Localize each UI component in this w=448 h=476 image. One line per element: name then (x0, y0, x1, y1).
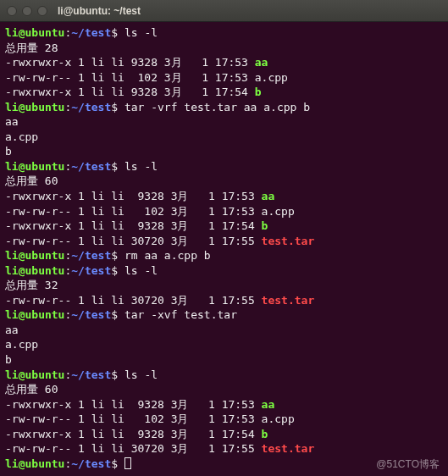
command-text: ls -l (124, 160, 158, 173)
prompt-user: li@ubuntu (5, 368, 64, 381)
prompt-path: ~/test (71, 264, 111, 277)
prompt-path: ~/test (71, 249, 111, 262)
prompt-line: li@ubuntu:~/test$ tar -vrf test.tar aa a… (5, 100, 443, 115)
prompt-path: ~/test (71, 457, 111, 470)
file-name: a.cpp (255, 71, 288, 84)
output-line: aa (5, 323, 443, 338)
output-line: -rwxrwxr-x 1 li li 9328 3月 1 17:53 aa (5, 189, 443, 204)
file-name: a.cpp (262, 412, 295, 425)
file-name: aa (262, 190, 275, 202)
prompt-path: ~/test (71, 101, 111, 113)
output-line: a.cpp (5, 130, 443, 145)
command-text: ls -l (124, 264, 158, 277)
prompt-line: li@ubuntu:~/test$ ls -l (5, 159, 443, 174)
prompt-line: li@ubuntu:~/test$ ls -l (5, 25, 443, 41)
file-name: aa (262, 398, 275, 411)
file-name: b (255, 86, 262, 98)
file-name: a.cpp (262, 205, 295, 218)
file-name: test.tar (262, 235, 315, 247)
output-line: -rw-rw-r-- 1 li li 102 3月 1 17:53 a.cpp (5, 204, 443, 219)
command-text: rm aa a.cpp b (124, 249, 211, 262)
output-line: -rw-rw-r-- 1 li li 30720 3月 1 17:55 test… (5, 441, 443, 457)
prompt-user: li@ubuntu (5, 264, 64, 277)
output-line: -rw-rw-r-- 1 li li 102 3月 1 17:53 a.cpp (5, 412, 443, 427)
prompt-user: li@ubuntu (5, 457, 64, 470)
prompt-user: li@ubuntu (5, 308, 64, 321)
prompt-line: li@ubuntu:~/test$ ls -l (5, 368, 443, 383)
prompt-line: li@ubuntu:~/test$ ls -l (5, 263, 443, 279)
prompt-line: li@ubuntu:~/test$ rm aa a.cpp b (5, 248, 443, 263)
prompt-path: ~/test (71, 160, 111, 173)
prompt-user: li@ubuntu (5, 101, 64, 113)
command-text: ls -l (124, 26, 158, 39)
output-line: 总用量 60 (5, 382, 443, 397)
output-line: -rwxrwxr-x 1 li li 9328 3月 1 17:54 b (5, 85, 443, 100)
maximize-icon[interactable] (37, 6, 47, 16)
file-name: aa (255, 56, 268, 69)
output-line: -rw-rw-r-- 1 li li 102 3月 1 17:53 a.cpp (5, 70, 443, 86)
command-text: tar -xvf test.tar (124, 308, 237, 321)
file-name: test.tar (262, 442, 315, 455)
close-icon[interactable] (7, 6, 17, 16)
file-name: test.tar (262, 294, 315, 307)
output-line: -rw-rw-r-- 1 li li 30720 3月 1 17:55 test… (5, 234, 443, 249)
prompt-line: li@ubuntu:~/test$ tar -xvf test.tar (5, 307, 443, 323)
terminal-area[interactable]: li@ubuntu:~/test$ ls -l总用量 28-rwxrwxr-x … (0, 22, 448, 476)
output-line: -rwxrwxr-x 1 li li 9328 3月 1 17:54 b (5, 219, 443, 234)
output-line: -rwxrwxr-x 1 li li 9328 3月 1 17:54 b (5, 427, 443, 442)
minimize-icon[interactable] (22, 6, 32, 16)
cursor-icon (124, 457, 131, 469)
window-title: li@ubuntu: ~/test (58, 5, 141, 17)
output-line: 总用量 60 (5, 174, 443, 189)
watermark: @51CTO博客 (376, 457, 440, 471)
window-titlebar: li@ubuntu: ~/test (0, 0, 448, 22)
output-line: -rwxrwxr-x 1 li li 9328 3月 1 17:53 aa (5, 55, 443, 70)
output-line: -rwxrwxr-x 1 li li 9328 3月 1 17:53 aa (5, 397, 443, 412)
prompt-path: ~/test (71, 308, 111, 321)
output-line: 总用量 28 (5, 41, 443, 56)
output-line: aa (5, 114, 443, 130)
prompt-user: li@ubuntu (5, 26, 64, 39)
output-line: a.cpp (5, 337, 443, 352)
output-line: b (5, 352, 443, 368)
output-line: b (5, 144, 443, 159)
output-line: 总用量 32 (5, 278, 443, 293)
file-name: b (262, 219, 268, 232)
prompt-path: ~/test (71, 368, 111, 381)
command-text: ls -l (124, 368, 158, 381)
command-text: tar -vrf test.tar aa a.cpp b (124, 101, 310, 113)
prompt-path: ~/test (71, 26, 111, 39)
prompt-user: li@ubuntu (5, 249, 64, 262)
output-line: -rw-rw-r-- 1 li li 30720 3月 1 17:55 test… (5, 293, 443, 308)
prompt-user: li@ubuntu (5, 160, 64, 173)
file-name: b (262, 428, 268, 440)
